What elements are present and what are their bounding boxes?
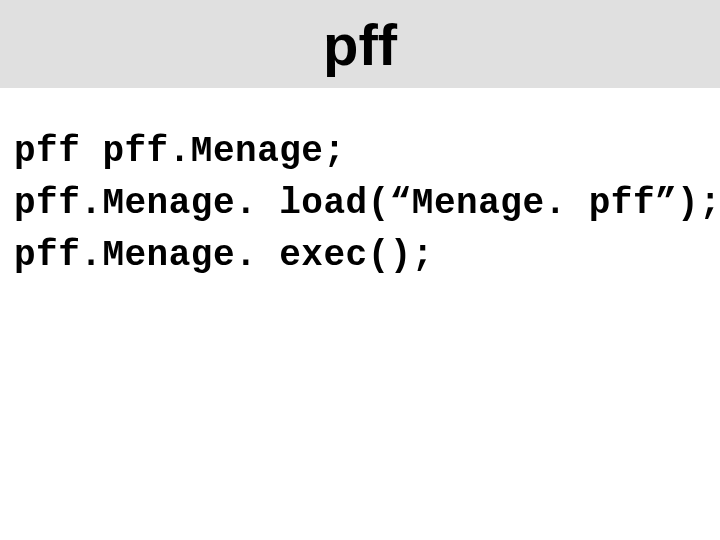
- title-bar: pff: [0, 0, 720, 88]
- code-line-2: pff.Menage. load(“Menage. pff”);: [14, 178, 706, 230]
- slide-body: pff pff.Menage; pff.Menage. load(“Menage…: [0, 88, 720, 283]
- slide: pff pff pff.Menage; pff.Menage. load(“Me…: [0, 0, 720, 540]
- code-line-3: pff.Menage. exec();: [14, 230, 706, 282]
- slide-title: pff: [323, 11, 397, 78]
- code-line-1: pff pff.Menage;: [14, 126, 706, 178]
